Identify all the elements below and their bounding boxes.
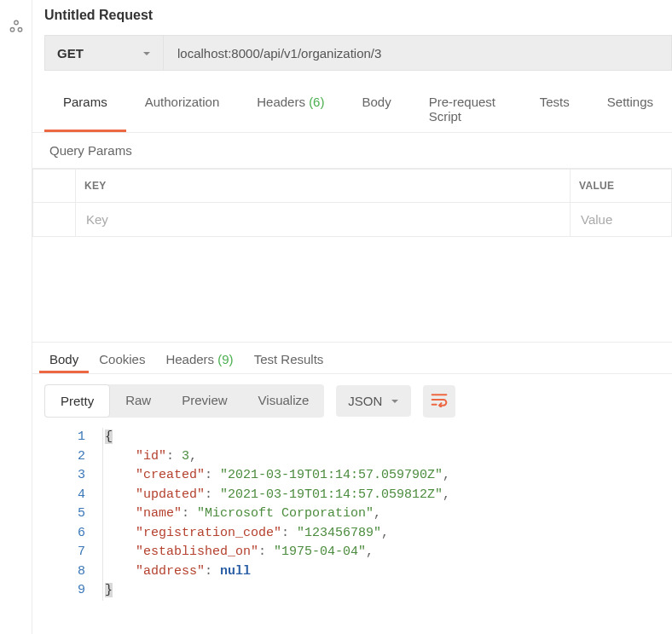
svg-point-2 <box>18 28 22 32</box>
resp-tab-body[interactable]: Body <box>39 343 89 373</box>
params-handle-header <box>33 170 76 203</box>
resp-tab-headers-count: (9) <box>217 352 233 366</box>
tab-authorization[interactable]: Authorization <box>126 86 239 132</box>
tab-settings[interactable]: Settings <box>588 86 672 132</box>
tab-headers-count: (6) <box>309 95 324 109</box>
view-pretty-button[interactable]: Pretty <box>44 384 110 418</box>
wrap-lines-button[interactable] <box>423 385 455 418</box>
tab-headers[interactable]: Headers (6) <box>238 86 343 132</box>
params-value-header: VALUE <box>571 170 672 203</box>
tab-headers-label: Headers <box>257 95 305 109</box>
resp-tab-headers[interactable]: Headers (9) <box>155 343 243 373</box>
resp-tab-test-results[interactable]: Test Results <box>244 343 334 373</box>
chevron-down-icon <box>142 46 151 61</box>
resp-tab-cookies[interactable]: Cookies <box>89 343 155 373</box>
format-select[interactable]: JSON <box>336 385 411 417</box>
params-value-input[interactable] <box>579 211 663 228</box>
code-content: { "id": 3, "created": "2021-03-19T01:14:… <box>102 428 672 601</box>
chevron-down-icon <box>391 394 399 408</box>
view-preview-button[interactable]: Preview <box>166 384 242 418</box>
group-icon <box>9 19 24 634</box>
response-body-viewer[interactable]: 1 2 3 4 5 6 7 8 9 { "id": 3, "created": … <box>32 428 672 601</box>
query-params-heading: Query Params <box>32 133 672 169</box>
view-raw-button[interactable]: Raw <box>110 384 166 418</box>
params-key-header: KEY <box>76 170 571 203</box>
http-method-select[interactable]: GET <box>44 35 164 71</box>
wrap-icon <box>431 392 448 410</box>
url-input[interactable]: localhost:8000/api/v1/organization/3 <box>164 35 672 71</box>
tab-params[interactable]: Params <box>44 86 126 132</box>
resp-tab-headers-label: Headers <box>165 352 214 366</box>
http-method-value: GET <box>57 46 84 61</box>
url-value: localhost:8000/api/v1/organization/3 <box>177 46 381 61</box>
tab-tests[interactable]: Tests <box>521 86 588 132</box>
request-title: Untitled Request <box>44 8 660 23</box>
svg-point-0 <box>14 20 18 25</box>
tab-prerequest[interactable]: Pre-request Script <box>410 86 521 132</box>
svg-point-1 <box>10 28 14 32</box>
params-row-handle[interactable] <box>33 203 76 237</box>
format-select-value: JSON <box>348 394 382 408</box>
line-number-gutter: 1 2 3 4 5 6 7 8 9 <box>44 428 102 601</box>
view-visualize-button[interactable]: Visualize <box>243 384 325 418</box>
params-row <box>33 203 672 237</box>
params-key-input[interactable] <box>84 211 561 228</box>
tab-body[interactable]: Body <box>343 86 409 132</box>
